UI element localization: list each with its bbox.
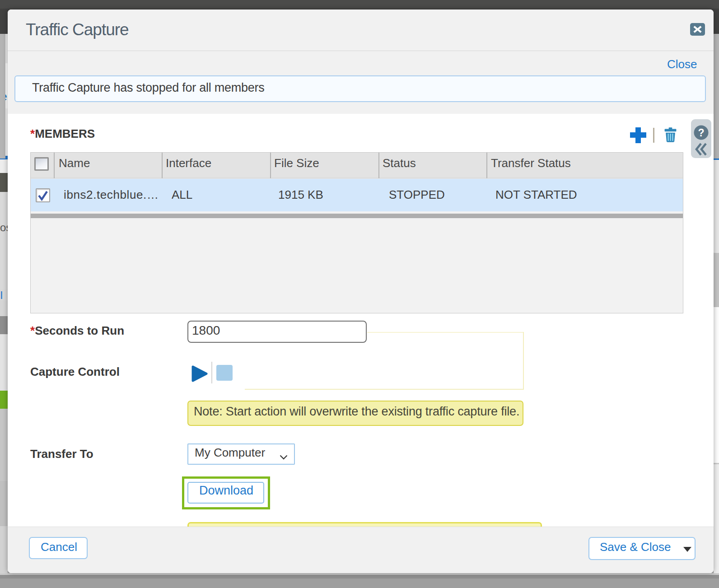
svg-text:?: ? xyxy=(698,127,704,139)
